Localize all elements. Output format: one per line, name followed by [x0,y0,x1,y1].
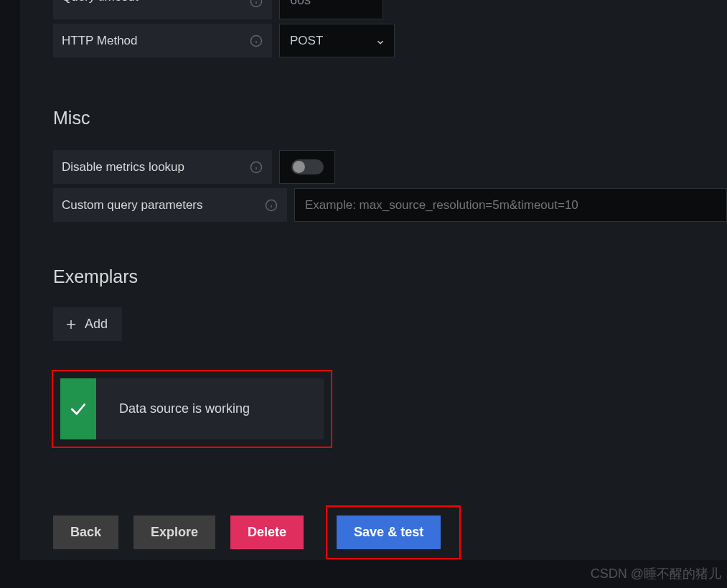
save-test-button[interactable]: Save & test [337,515,441,549]
save-highlight: Save & test [326,505,461,559]
check-icon [69,400,88,419]
info-icon[interactable] [249,0,263,9]
http-method-select[interactable]: POST [279,24,395,57]
query-timeout-label: Query timeout [53,0,272,19]
query-timeout-row: Query timeout 60s [53,0,727,19]
success-alert: Data source is working [60,378,324,439]
info-icon[interactable] [264,198,278,213]
alert-message: Data source is working [96,378,324,439]
add-exemplar-button[interactable]: Add [53,307,122,341]
info-icon[interactable] [249,34,263,48]
alert-highlight: Data source is working [52,370,332,448]
disable-metrics-row: Disable metrics lookup [53,150,727,184]
http-method-label: HTTP Method [53,24,272,57]
disable-metrics-toggle[interactable] [279,150,335,184]
custom-query-label: Custom query parameters [53,188,287,222]
chevron-down-icon [375,37,384,45]
delete-button[interactable]: Delete [230,515,304,549]
watermark: CSDN @睡不醒的猪儿 [591,565,721,582]
plus-icon [65,318,78,331]
query-timeout-input[interactable]: 60s [279,0,383,19]
custom-query-input[interactable] [294,188,727,222]
explore-button[interactable]: Explore [133,515,215,549]
back-button[interactable]: Back [53,515,118,549]
info-icon[interactable] [249,160,263,174]
alert-icon-box [60,378,96,439]
misc-heading: Misc [53,108,727,129]
settings-panel: Query timeout 60s HTTP Method POST [20,0,727,560]
custom-query-row: Custom query parameters [53,188,727,222]
disable-metrics-label: Disable metrics lookup [53,150,272,184]
http-method-row: HTTP Method POST [53,24,727,57]
exemplars-heading: Exemplars [53,266,727,287]
action-buttons: Back Explore Delete Save & test [53,505,727,559]
